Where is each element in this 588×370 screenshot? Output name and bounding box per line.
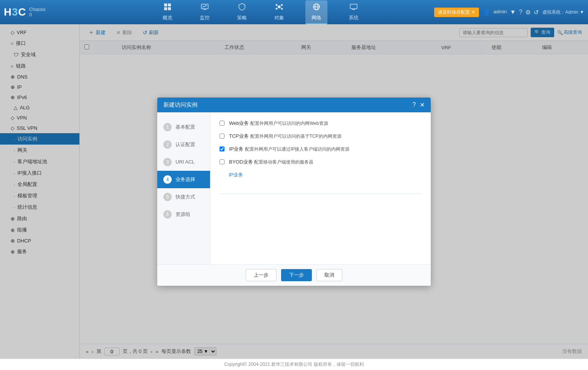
modal-steps: 1 基本配置 2 认证配置 3 URI ACL 4 业务选择 5 快捷方式 xyxy=(157,112,210,264)
tcp-service-desc: 配置外网用户可以访问的基于TCP的内网资源 xyxy=(250,134,341,139)
tcp-service-checkbox[interactable] xyxy=(220,134,224,139)
step-label-6: 资源组 xyxy=(175,211,190,218)
step-uri-acl[interactable]: 3 URI ACL xyxy=(157,153,210,171)
ip-service-desc: 配置外网用户可以通过IP接入客户端访问的内网资源 xyxy=(245,146,349,152)
byod-service-desc: 配置移动客户端使用的服务器 xyxy=(254,159,313,165)
settings-icon[interactable]: ⚙ xyxy=(525,9,531,16)
vsys-bar[interactable]: 虚拟系统：Admin ▼ xyxy=(542,9,584,16)
step-service-select[interactable]: 4 业务选择 xyxy=(157,171,210,188)
step-label-5: 快捷方式 xyxy=(175,194,195,200)
ip-business-section: IP业务 xyxy=(220,172,422,178)
close-save-icon[interactable]: ✕ xyxy=(471,9,475,15)
monitor-icon xyxy=(201,3,209,13)
next-step-button[interactable]: 下一步 xyxy=(281,269,312,281)
nav-policy[interactable]: 策略 xyxy=(231,0,253,24)
svg-point-10 xyxy=(281,8,283,9)
ip-service-checkbox[interactable] xyxy=(220,146,224,151)
svg-point-9 xyxy=(276,8,278,9)
vsys-dropdown-icon: ▼ xyxy=(580,9,584,15)
chassis-num: 0 xyxy=(29,12,46,17)
web-service-label: Web业务 xyxy=(229,120,249,126)
topbar-right: 请及时保存配置 ✕ 👤 admin ▼ ? ⚙ ↺ 虚拟系统：Admin ▼ xyxy=(434,8,584,17)
nav-policy-label: 策略 xyxy=(237,14,247,21)
step-num-2: 2 xyxy=(163,140,172,149)
save-label: 请及时保存配置 xyxy=(438,9,470,16)
step-label-1: 基本配置 xyxy=(175,124,195,131)
svg-point-8 xyxy=(281,4,283,6)
svg-rect-3 xyxy=(168,7,171,10)
svg-point-6 xyxy=(278,5,281,8)
web-service-info: Web业务 配置外网用户可以访问的内网Web资源 xyxy=(229,120,328,127)
admin-dropdown-icon[interactable]: ▼ xyxy=(510,9,516,16)
modal-header: 新建访问实例 ? ✕ xyxy=(157,98,431,112)
ip-service-label: IP业务 xyxy=(229,146,243,152)
step-resource-group[interactable]: 6 资源组 xyxy=(157,206,210,223)
byod-service-info: BYOD业务 配置移动客户端使用的服务器 xyxy=(229,159,313,165)
policy-icon xyxy=(238,3,246,13)
overview-icon xyxy=(163,3,172,13)
modal-content: Web业务 配置外网用户可以访问的内网Web资源 TCP业务 配置外网用户可以访… xyxy=(210,112,431,264)
ip-business-link[interactable]: IP业务 xyxy=(229,172,243,178)
copyright-text: Copyright© 2004-2021 新华三技术有限公司 版权所有，保留一切… xyxy=(224,361,364,368)
step-num-6: 6 xyxy=(163,210,172,219)
step-num-4: 4 xyxy=(163,175,172,184)
chassis-info: Chassis 0 xyxy=(29,7,46,18)
topbar-icons: 👤 admin ▼ ? ⚙ ↺ xyxy=(483,9,539,16)
svg-rect-14 xyxy=(350,4,357,9)
step-label-4: 业务选择 xyxy=(175,176,195,183)
modal-overlay: 新建访问实例 ? ✕ 1 基本配置 2 认证配置 3 URI ACL xyxy=(0,24,588,359)
service-row-web: Web业务 配置外网用户可以访问的内网Web资源 xyxy=(220,120,422,127)
nav-object[interactable]: 对象 xyxy=(268,0,290,24)
step-auth-config[interactable]: 2 认证配置 xyxy=(157,136,210,153)
modal-body: 1 基本配置 2 认证配置 3 URI ACL 4 业务选择 5 快捷方式 xyxy=(157,112,431,264)
refresh-top-icon[interactable]: ↺ xyxy=(534,9,539,16)
modal-close-icon[interactable]: ✕ xyxy=(420,101,425,109)
nav-object-label: 对象 xyxy=(274,14,284,21)
nav-icons: 概览 监控 策略 对象 网络 xyxy=(87,0,434,24)
system-icon xyxy=(349,3,358,13)
service-row-tcp: TCP业务 配置外网用户可以访问的基于TCP的内网资源 xyxy=(220,133,422,140)
step-label-3: URI ACL xyxy=(175,159,195,165)
save-button[interactable]: 请及时保存配置 ✕ xyxy=(434,8,479,17)
modal-new-instance: 新建访问实例 ? ✕ 1 基本配置 2 认证配置 3 URI ACL xyxy=(157,98,431,286)
step-num-5: 5 xyxy=(163,193,172,201)
nav-overview[interactable]: 概览 xyxy=(156,0,179,24)
web-service-desc: 配置外网用户可以访问的内网Web资源 xyxy=(250,121,328,126)
nav-monitor[interactable]: 监控 xyxy=(194,0,216,24)
modal-header-icons: ? ✕ xyxy=(413,101,425,109)
object-icon xyxy=(275,3,283,13)
service-row-ip: IP业务 配置外网用户可以通过IP接入客户端访问的内网资源 xyxy=(220,146,422,153)
nav-network-label: 网络 xyxy=(311,14,321,21)
ip-service-info: IP业务 配置外网用户可以通过IP接入客户端访问的内网资源 xyxy=(229,146,349,153)
tcp-service-label: TCP业务 xyxy=(229,133,249,139)
byod-service-label: BYOD业务 xyxy=(229,159,253,165)
byod-service-checkbox[interactable] xyxy=(220,159,224,164)
admin-icon[interactable]: 👤 xyxy=(483,9,490,16)
svg-rect-0 xyxy=(164,3,167,6)
svg-rect-2 xyxy=(164,7,167,10)
tcp-service-info: TCP业务 配置外网用户可以访问的基于TCP的内网资源 xyxy=(229,133,341,140)
modal-help-icon[interactable]: ? xyxy=(413,101,416,109)
help-icon[interactable]: ? xyxy=(519,9,522,16)
footer: Copyright© 2004-2021 新华三技术有限公司 版权所有，保留一切… xyxy=(0,359,588,370)
cancel-button[interactable]: 取消 xyxy=(316,269,342,281)
step-label-2: 认证配置 xyxy=(175,141,195,148)
step-num-3: 3 xyxy=(163,158,172,166)
topbar: H3C Chassis 0 概览 监控 策略 xyxy=(0,0,588,24)
nav-system[interactable]: 系统 xyxy=(343,0,365,24)
web-service-checkbox[interactable] xyxy=(220,121,224,126)
vsys-label: 虚拟系统：Admin xyxy=(542,9,578,16)
svg-point-7 xyxy=(276,4,278,6)
network-icon xyxy=(312,3,321,13)
step-shortcut[interactable]: 5 快捷方式 xyxy=(157,188,210,206)
service-row-byod: BYOD业务 配置移动客户端使用的服务器 xyxy=(220,159,422,165)
svg-rect-1 xyxy=(168,3,171,6)
modal-title: 新建访问实例 xyxy=(163,101,198,109)
prev-step-button[interactable]: 上一步 xyxy=(246,269,277,281)
nav-system-label: 系统 xyxy=(349,14,359,21)
nav-network[interactable]: 网络 xyxy=(305,0,327,24)
nav-overview-label: 概览 xyxy=(163,14,172,21)
modal-footer: 上一步 下一步 取消 xyxy=(157,264,431,286)
chassis-label: Chassis xyxy=(29,7,46,12)
step-basic-config[interactable]: 1 基本配置 xyxy=(157,118,210,136)
